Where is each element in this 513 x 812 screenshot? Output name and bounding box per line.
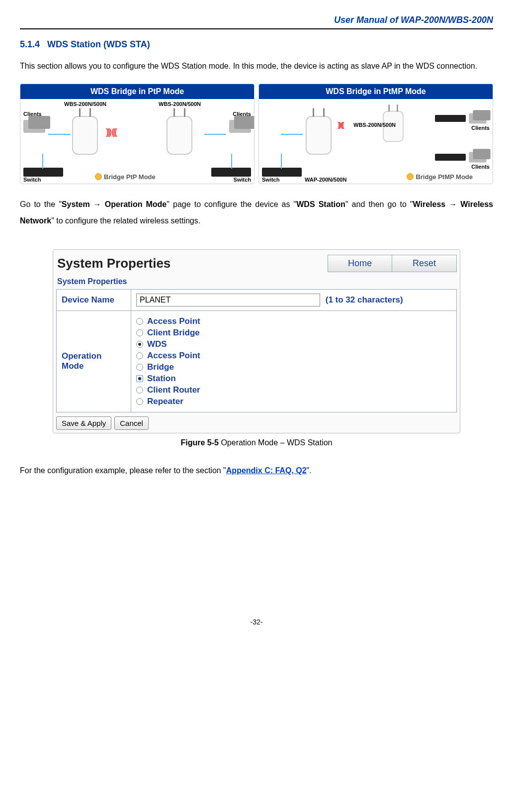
mode-dot-icon bbox=[407, 173, 414, 180]
connection-line bbox=[281, 134, 303, 135]
radio-wave-icon: ))) ((( bbox=[106, 127, 116, 137]
ap-icon bbox=[72, 116, 98, 155]
reset-button[interactable]: Reset bbox=[392, 255, 457, 272]
radio-label: Repeater bbox=[147, 397, 183, 406]
label-switch-right: Switch bbox=[234, 177, 251, 183]
radio-wds-station[interactable]: Station bbox=[136, 374, 451, 384]
switch-icon bbox=[262, 168, 302, 177]
figure-text: Operation Mode – WDS Station bbox=[219, 438, 333, 447]
section-heading: 5.1.4 WDS Station (WDS STA) bbox=[20, 39, 493, 50]
clients-icon bbox=[469, 152, 486, 162]
figure-caption: Figure 5-5 Operation Mode – WDS Station bbox=[20, 438, 493, 447]
radio-label: Station bbox=[147, 374, 176, 384]
connection-line bbox=[281, 154, 282, 169]
text: " and then go to " bbox=[345, 200, 413, 208]
switch-icon bbox=[211, 168, 251, 177]
operation-mode-cell: Access Point Client Bridge WDS Access Po… bbox=[131, 310, 457, 412]
radio-wds-bridge[interactable]: Bridge bbox=[136, 362, 451, 372]
diagram-ptmp-title: WDS Bridge in PtMP Mode bbox=[259, 84, 493, 99]
section-title: WDS Station (WDS STA) bbox=[47, 39, 150, 49]
radio-icon bbox=[136, 318, 143, 325]
radio-wds-access-point[interactable]: Access Point bbox=[136, 351, 451, 361]
figure-label: Figure 5-5 bbox=[180, 438, 218, 447]
mode-tag: Bridge PtP Mode bbox=[95, 173, 156, 181]
label-center-ap: WAP-200N/500N bbox=[305, 177, 346, 183]
radio-label: Access Point bbox=[147, 316, 200, 326]
mode-tag: Bridge PtMP Mode bbox=[407, 173, 473, 181]
header-rule bbox=[20, 28, 493, 29]
radio-repeater[interactable]: Repeater bbox=[136, 397, 451, 406]
label-top-ap: WBS-200N/500N bbox=[353, 122, 396, 128]
label-clients: Clients bbox=[471, 125, 490, 131]
radio-access-point[interactable]: Access Point bbox=[136, 316, 451, 326]
cancel-button[interactable]: Cancel bbox=[114, 416, 149, 430]
mode-tag-label: Bridge PtP Mode bbox=[104, 173, 156, 181]
radio-label: Client Bridge bbox=[147, 328, 200, 338]
radio-label: WDS bbox=[147, 339, 167, 349]
connection-line bbox=[231, 154, 232, 169]
ap-icon bbox=[167, 116, 192, 155]
header-title: User Manual of WAP-200N/WBS-200N bbox=[20, 15, 493, 25]
text: For the configuration example, please re… bbox=[20, 466, 226, 475]
connection-line bbox=[48, 134, 70, 135]
properties-table: Device Name (1 to 32 characters) Operati… bbox=[56, 289, 457, 412]
device-name-input[interactable] bbox=[136, 294, 320, 306]
connection-line bbox=[42, 154, 43, 169]
radio-icon bbox=[136, 341, 143, 348]
section-number: 5.1.4 bbox=[20, 39, 40, 49]
diagram-row: WDS Bridge in PtP Mode WBS-200N/500N WBS… bbox=[20, 84, 493, 184]
system-properties-panel: System Properties Home Reset System Prop… bbox=[53, 249, 460, 433]
label-clients2: Clients bbox=[471, 164, 490, 170]
label-ap-right: WBS-200N/500N bbox=[159, 101, 201, 107]
action-row: Save & Apply Cancel bbox=[56, 416, 457, 430]
clients-icon bbox=[23, 120, 45, 133]
panel-subhead: System Properties bbox=[57, 277, 457, 286]
radio-label: Access Point bbox=[147, 351, 200, 361]
text: ". bbox=[307, 466, 312, 475]
diagram-ptp-title: WDS Bridge in PtP Mode bbox=[20, 84, 254, 99]
switch-icon bbox=[435, 154, 466, 161]
radio-wave-icon: ))) ((( bbox=[338, 121, 343, 129]
appendix-link[interactable]: Appendix C: FAQ, Q2 bbox=[226, 466, 307, 475]
text: " page to configure the device as " bbox=[167, 200, 296, 208]
home-button[interactable]: Home bbox=[328, 255, 392, 272]
label-switch-left: Switch bbox=[23, 177, 41, 183]
radio-icon bbox=[136, 364, 143, 371]
radio-wds[interactable]: WDS bbox=[136, 339, 451, 349]
device-name-label: Device Name bbox=[57, 289, 131, 310]
page-number: -32- bbox=[20, 618, 493, 626]
mode-name: WDS Station bbox=[296, 200, 345, 208]
operation-mode-label: Operation Mode bbox=[57, 310, 131, 412]
intro-paragraph: This section allows you to configure the… bbox=[20, 58, 493, 75]
save-apply-button[interactable]: Save & Apply bbox=[56, 416, 111, 430]
panel-title: System Properties bbox=[57, 256, 171, 271]
label-ap-left: WBS-200N/500N bbox=[64, 101, 106, 107]
nav-instruction: Go to the "System → Operation Mode" page… bbox=[20, 196, 493, 229]
ap-icon bbox=[306, 116, 332, 155]
radio-client-bridge[interactable]: Client Bridge bbox=[136, 328, 451, 338]
connection-line bbox=[204, 134, 226, 135]
device-name-hint: (1 to 32 characters) bbox=[326, 295, 403, 304]
radio-label: Bridge bbox=[147, 362, 174, 372]
clients-icon bbox=[229, 120, 251, 133]
radio-label: Client Router bbox=[147, 385, 200, 395]
mode-tag-label: Bridge PtMP Mode bbox=[416, 173, 473, 181]
clients-icon bbox=[469, 113, 486, 123]
label-switch: Switch bbox=[262, 177, 279, 183]
reference-paragraph: For the configuration example, please re… bbox=[20, 462, 493, 479]
radio-icon bbox=[136, 398, 143, 405]
panel-titlebar: System Properties Home Reset bbox=[56, 253, 457, 276]
radio-icon bbox=[136, 387, 143, 394]
mode-dot-icon bbox=[95, 173, 102, 180]
nav-path-1: System → Operation Mode bbox=[62, 200, 167, 208]
text: " to configure the related wireless sett… bbox=[51, 216, 200, 225]
device-name-cell: (1 to 32 characters) bbox=[131, 289, 457, 310]
radio-client-router[interactable]: Client Router bbox=[136, 385, 451, 395]
radio-icon bbox=[136, 329, 143, 336]
diagram-ptmp: WDS Bridge in PtMP Mode WBS-200N/500N WA… bbox=[258, 84, 493, 184]
diagram-ptp: WDS Bridge in PtP Mode WBS-200N/500N WBS… bbox=[20, 84, 255, 184]
switch-icon bbox=[23, 168, 63, 177]
radio-icon bbox=[136, 375, 143, 382]
radio-icon bbox=[136, 352, 143, 359]
text: Go to the " bbox=[20, 200, 62, 208]
